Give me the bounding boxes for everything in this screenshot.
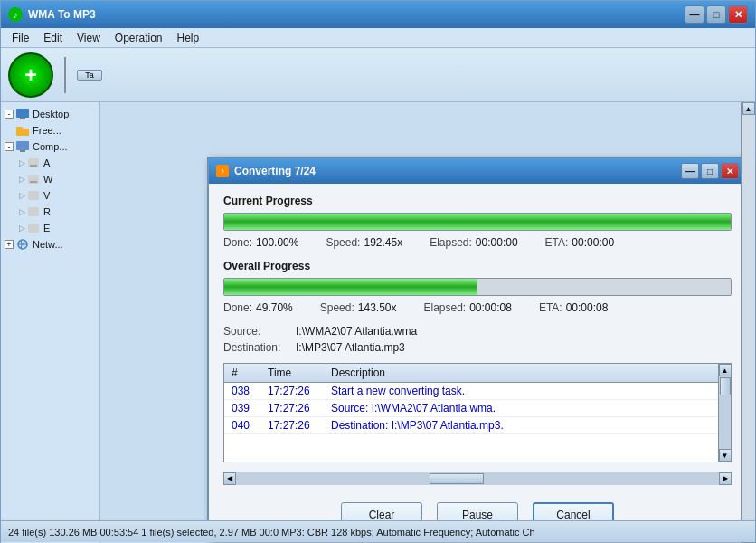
expand-network-icon[interactable]: + <box>5 240 14 249</box>
main-title-bar: ♪ WMA To MP3 — □ ✕ <box>1 1 755 28</box>
toolbar-divider <box>64 57 66 93</box>
overall-eta-label: ETA: <box>539 301 562 314</box>
log-scrollbar[interactable]: ▲ ▼ <box>718 364 731 462</box>
h-scroll-left-button[interactable]: ◀ <box>223 472 236 485</box>
network-icon <box>15 238 30 251</box>
scrollbar-up-button[interactable]: ▲ <box>719 364 732 376</box>
log-num-3: 040 <box>224 417 260 434</box>
current-elapsed-label: Elapsed: <box>430 236 472 249</box>
sidebar-label-r: R <box>43 206 51 217</box>
toolbar: + Ta <box>1 48 755 102</box>
svg-rect-9 <box>28 207 39 216</box>
svg-rect-0 <box>16 109 29 118</box>
sidebar-item-drive-w[interactable]: ▷ W <box>5 171 96 187</box>
log-row-3: 040 17:27:26 Destination: I:\MP3\07 Atla… <box>224 417 731 434</box>
dialog-minimize-button[interactable]: — <box>681 163 699 179</box>
converting-dialog: ♪ Converting 7/24 — □ ✕ Current Progress <box>207 157 748 540</box>
current-done-label: Done: <box>223 236 252 249</box>
right-panel: ♪ Converting 7/24 — □ ✕ Current Progress <box>100 102 755 543</box>
sidebar-label-e: E <box>43 223 50 233</box>
menu-help[interactable]: Help <box>170 30 207 46</box>
h-scroll-thumb[interactable] <box>430 473 484 484</box>
col-num: # <box>224 364 260 383</box>
menu-operation[interactable]: Operation <box>108 30 170 46</box>
svg-rect-2 <box>16 141 29 150</box>
drive-v-icon <box>26 189 41 202</box>
scrollbar-down-button[interactable]: ▼ <box>719 449 732 462</box>
menu-file[interactable]: File <box>5 30 36 46</box>
sidebar-label-free: Free... <box>33 125 61 136</box>
minimize-button[interactable]: — <box>685 5 704 24</box>
menu-edit[interactable]: Edit <box>36 30 70 46</box>
dialog-close-button[interactable]: ✕ <box>721 163 739 179</box>
right-panel-scrollbar[interactable]: ▲ ▼ <box>741 102 755 543</box>
current-progress-bar-container <box>223 213 732 231</box>
overall-progress-label: Overall Progress <box>223 260 732 272</box>
close-button[interactable]: ✕ <box>728 5 748 24</box>
svg-rect-10 <box>28 224 39 233</box>
dialog-title-controls: — □ ✕ <box>681 163 739 179</box>
current-done-stat: Done: 100.00% <box>223 236 298 249</box>
svg-rect-3 <box>20 150 25 152</box>
current-eta-stat: ETA: 00:00:00 <box>545 236 615 249</box>
horizontal-scrollbar[interactable]: ◀ ▶ <box>223 472 732 484</box>
overall-done-value: 49.70% <box>256 301 293 314</box>
log-row-2: 039 17:27:26 Source: I:\WMA2\07 Atlantia… <box>224 400 731 417</box>
current-eta-value: 00:00:00 <box>572 236 614 249</box>
sidebar-item-drive-a[interactable]: ▷ A <box>5 155 96 171</box>
add-files-button[interactable]: + <box>8 52 53 98</box>
sidebar-label-a: A <box>43 157 50 168</box>
overall-progress-bar-container <box>223 278 732 296</box>
current-elapsed-stat: Elapsed: 00:00:00 <box>430 236 517 249</box>
destination-label: Destination: <box>223 341 296 354</box>
sidebar-label-network: Netw... <box>33 239 63 250</box>
sidebar-label-w: W <box>43 174 52 185</box>
dialog-icon: ♪ <box>216 165 229 177</box>
log-table-wrapper: # Time Description 038 17:27:26 <box>223 363 732 462</box>
status-bar: 24 file(s) 130.26 MB 00:53:54 1 file(s) … <box>1 520 755 542</box>
app-title: WMA To MP3 <box>28 8 96 21</box>
scrollbar-track <box>719 376 732 449</box>
log-desc-3: Destination: I:\MP3\07 Atlantia.mp3. <box>324 417 731 434</box>
overall-done-label: Done: <box>223 301 252 314</box>
col-desc: Description <box>324 364 731 383</box>
current-done-value: 100.00% <box>256 236 298 249</box>
current-elapsed-value: 00:00:00 <box>476 236 518 249</box>
right-scroll-up[interactable]: ▲ <box>742 102 755 115</box>
maximize-button[interactable]: □ <box>706 5 726 24</box>
overall-eta-value: 00:00:08 <box>566 301 609 314</box>
h-scroll-right-button[interactable]: ▶ <box>719 472 732 485</box>
overall-speed-value: 143.50x <box>358 301 397 314</box>
col-time: Time <box>260 364 324 383</box>
expand-computer-icon[interactable]: - <box>5 142 14 151</box>
source-row: Source: I:\WMA2\07 Atlantia.wma <box>223 325 732 338</box>
overall-done-stat: Done: 49.70% <box>223 301 293 314</box>
source-value: I:\WMA2\07 Atlantia.wma <box>296 325 417 338</box>
scrollbar-thumb[interactable] <box>720 377 731 395</box>
folder-icon <box>15 124 30 137</box>
expand-icon[interactable]: - <box>5 110 14 119</box>
menu-bar: File Edit View Operation Help <box>1 28 755 48</box>
overall-speed-stat: Speed: 143.50x <box>320 301 397 314</box>
sidebar-item-drive-v[interactable]: ▷ V <box>5 187 96 204</box>
menu-view[interactable]: View <box>70 30 108 46</box>
app-icon: ♪ <box>8 7 23 22</box>
svg-rect-8 <box>28 191 39 200</box>
svg-rect-1 <box>20 118 25 119</box>
log-row-1: 038 17:27:26 Start a new converting task… <box>224 383 731 400</box>
sidebar-item-desktop[interactable]: - Desktop <box>5 106 96 122</box>
sidebar-label-v: V <box>43 190 50 201</box>
log-time-1: 17:27:26 <box>260 383 324 400</box>
sidebar-item-computer[interactable]: - Comp... <box>5 138 96 155</box>
log-num-2: 039 <box>224 400 260 417</box>
drive-r-icon <box>26 205 41 218</box>
overall-eta-stat: ETA: 00:00:08 <box>539 301 609 314</box>
sidebar-item-drive-r[interactable]: ▷ R <box>5 204 96 220</box>
title-bar-controls: — □ ✕ <box>685 5 748 24</box>
sidebar-item-drive-e[interactable]: ▷ E <box>5 220 96 236</box>
sidebar-item-free[interactable]: Free... <box>5 122 96 138</box>
current-eta-label: ETA: <box>545 236 569 249</box>
h-scroll-track <box>236 472 719 485</box>
sidebar-item-network[interactable]: + Netw... <box>5 236 96 252</box>
dialog-maximize-button[interactable]: □ <box>701 163 719 179</box>
